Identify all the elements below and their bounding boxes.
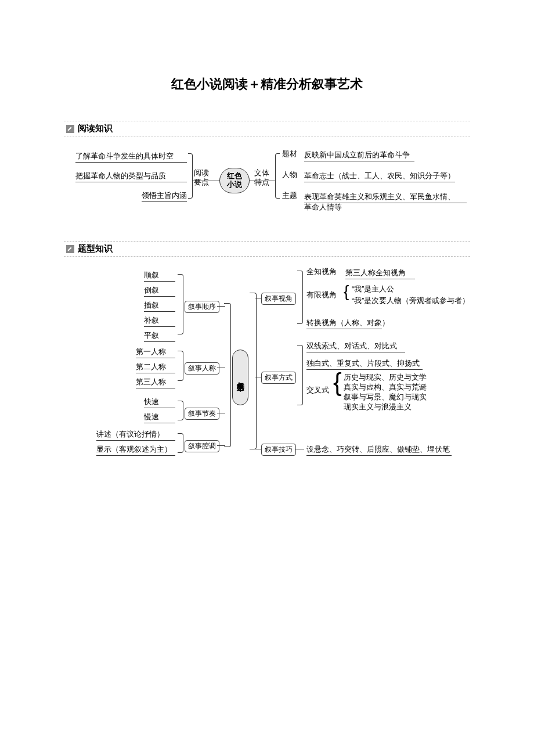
leaf: 交叉式	[306, 386, 329, 395]
node-order: 叙事顺序	[185, 301, 219, 313]
bracket-icon	[297, 345, 303, 405]
brace-icon: {	[344, 283, 349, 300]
right-text: 反映新中国成立前后的革命斗争	[304, 150, 414, 161]
check-icon	[66, 245, 74, 253]
leaf: 讲述（有议论抒情）	[96, 430, 175, 441]
bracket-icon	[178, 433, 183, 453]
bracket-icon	[275, 153, 280, 199]
bracket-icon	[188, 153, 193, 199]
node-rhythm: 叙事节奏	[185, 408, 219, 420]
leaf: 平叙	[144, 331, 175, 342]
leaf: 转换视角（人称、对象）	[306, 318, 382, 329]
right-head: 人物	[282, 170, 297, 180]
leaf: 第一人称	[136, 347, 175, 358]
leaf: “我”是次要人物（旁观者或参与者）	[352, 296, 470, 306]
leaf: 补叙	[144, 316, 175, 327]
leaf: “我”是主人公	[352, 285, 394, 294]
bracket-icon	[297, 271, 303, 324]
section-header-reading: 阅读知识	[64, 121, 470, 136]
section1-label: 阅读知识	[78, 123, 113, 134]
node-technique: 叙事技巧	[261, 444, 296, 456]
node-viewpoint: 叙事视角	[261, 293, 296, 305]
bracket-icon	[178, 274, 183, 334]
label-reading-points: 阅读 要点	[194, 169, 209, 187]
node-person: 叙事人称	[185, 362, 219, 375]
bracket-icon	[224, 303, 231, 447]
leaf: 第二人称	[136, 362, 175, 373]
right-head: 主题	[282, 191, 297, 201]
leaf: 倒叙	[144, 286, 175, 297]
leaf: 历史与现实、历史与文学 真实与虚构、真实与荒诞 叙事与写景、魔幻与现实 现实主义…	[344, 373, 427, 412]
leaf: 独白式、重复式、片段式、抑扬式	[306, 359, 423, 370]
leaf: 双线索式、对话式、对比式	[306, 341, 405, 352]
leaf: 设悬念、巧突转、后照应、做铺垫、埋伏笔	[306, 445, 452, 456]
leaf: 有限视角	[306, 290, 337, 300]
leaf: 慢速	[144, 412, 175, 423]
left-item: 了解革命斗争发生的具体时空	[75, 152, 187, 163]
section2-label: 题型知识	[78, 243, 113, 254]
leaf: 快速	[144, 397, 175, 408]
bracket-icon	[250, 293, 257, 449]
connector	[295, 449, 304, 449]
leaf: 顺叙	[144, 271, 175, 282]
center-red-novel: 红色 小说	[219, 168, 250, 193]
bracket-icon	[178, 351, 183, 381]
leaf: 第三人称全知视角	[345, 268, 415, 279]
leaf: 插叙	[144, 301, 175, 312]
right-text: 革命志士（战士、工人、农民、知识分子等）	[304, 171, 455, 182]
diagram-narrative-art: 叙事艺术 叙事顺序 顺叙 倒叙 插叙 补叙 平叙 叙事人称 第一人称 第二人称 …	[0, 262, 534, 483]
leaf: 第三人称	[136, 377, 175, 388]
right-head: 题材	[282, 149, 297, 159]
label-style-features: 文体 特点	[254, 169, 269, 187]
right-text: 表现革命英雄主义和乐观主义、军民鱼水情、	[304, 192, 467, 203]
node-method: 叙事方式	[261, 372, 296, 384]
right-text: 革命人情等	[304, 203, 342, 213]
node-tone: 叙事腔调	[185, 440, 219, 452]
page-title: 红色小说阅读＋精准分析叙事艺术	[0, 0, 534, 93]
leaf: 显示（客观叙述为主）	[96, 445, 175, 456]
bracket-icon	[178, 401, 183, 420]
brace-icon: {	[333, 369, 342, 395]
diagram-reading-knowledge: 红色 小说 阅读 要点 文体 特点 了解革命斗争发生的具体时空 把握革命人物的类…	[0, 145, 534, 226]
check-icon	[66, 125, 74, 133]
leaf: 全知视角	[306, 267, 337, 277]
left-item: 领悟主旨内涵	[142, 191, 187, 202]
center-narrative-art: 叙事艺术	[232, 350, 248, 405]
left-item: 把握革命人物的类型与品质	[75, 171, 187, 182]
section-header-question: 题型知识	[64, 241, 470, 257]
